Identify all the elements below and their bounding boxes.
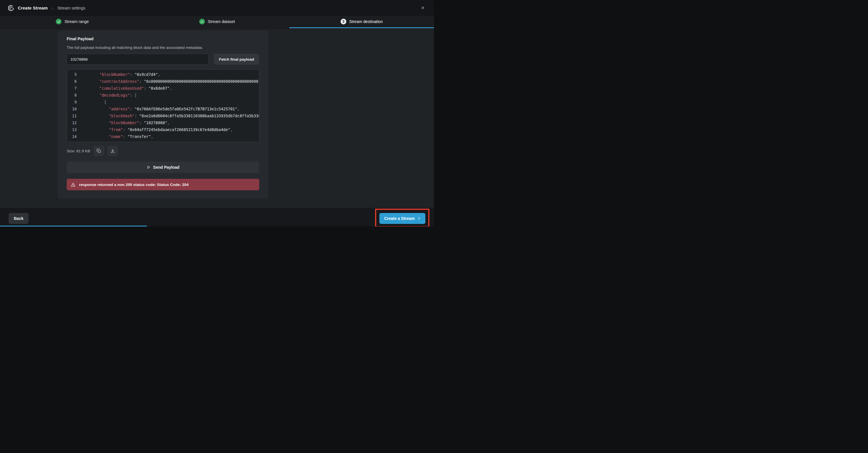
download-icon	[111, 149, 115, 153]
block-number-input[interactable]	[67, 54, 209, 65]
send-payload-label: Send Payload	[153, 165, 180, 170]
size-row: Size: 61.9 KB	[67, 146, 259, 156]
create-stream-wrap: Create a Stream	[379, 213, 425, 224]
code-line: 14 "name": "Transfer",	[67, 133, 259, 140]
warning-icon	[71, 182, 75, 187]
create-stream-modal: Create Stream › Stream settings ✕ Stream…	[0, 0, 434, 227]
step-stream-dataset[interactable]: Stream dataset	[145, 16, 289, 28]
back-button[interactable]: Back	[9, 213, 28, 224]
check-icon	[199, 19, 205, 24]
step-stream-destination[interactable]: 3 Stream destination	[289, 16, 434, 28]
payload-size-label: Size: 61.9 KB	[67, 149, 90, 153]
step-stream-range[interactable]: Stream range	[0, 16, 145, 28]
create-a-stream-button[interactable]: Create a Stream	[379, 213, 425, 224]
breadcrumb-subtitle: Stream settings	[58, 6, 85, 10]
play-icon	[147, 165, 151, 169]
download-button[interactable]	[107, 146, 118, 156]
code-line: 8 "decodedLogs": [	[67, 92, 259, 99]
code-line: 13 "from": "0x64aff7245ebdaaecaf26685213…	[67, 126, 259, 133]
app-logo-icon	[7, 5, 14, 11]
page-title: Create Stream	[18, 5, 48, 10]
code-line: 9 {	[67, 99, 259, 105]
copy-icon	[97, 149, 101, 153]
copy-button[interactable]	[94, 146, 104, 156]
footer-bar: Back Create a Stream	[0, 208, 434, 227]
code-line: 10 "address": "0x760AfE86e5de5fa0Ee542fc…	[67, 105, 259, 112]
header-bar: Create Stream › Stream settings ✕	[0, 0, 434, 16]
error-banner: response returned a non 200 status code:…	[67, 179, 259, 190]
main-content: Final Payload The full payload including…	[0, 31, 434, 208]
chevron-right-icon	[417, 216, 421, 220]
final-payload-card: Final Payload The full payload including…	[58, 31, 269, 199]
bottom-accent-bar	[0, 225, 147, 227]
fetch-row: Fetch final payload	[67, 54, 259, 65]
close-icon[interactable]: ✕	[419, 4, 427, 12]
section-title: Final Payload	[67, 36, 259, 41]
section-description: The full payload including all matching …	[67, 45, 259, 50]
code-line: 6 "contractAddress": "0x0000000000000000…	[67, 78, 259, 85]
code-line: 15 "to": "0x96a41097fc839448b2591fac2978…	[67, 140, 259, 142]
check-icon	[56, 19, 62, 24]
step-label: Stream dataset	[208, 19, 235, 24]
code-line: 7 "cumulativeGasUsed": "0x8de07",	[67, 85, 259, 92]
code-line: 11 "blockHash": "0xe2a6d6604c8ffa5b33811…	[67, 112, 259, 119]
create-a-stream-label: Create a Stream	[384, 216, 415, 221]
fetch-final-payload-button[interactable]: Fetch final payload	[214, 54, 259, 65]
code-line: 12 "blockNumber": "10278868",	[67, 119, 259, 126]
breadcrumb-separator: ›	[52, 5, 53, 11]
stepper: Stream range Stream dataset 3 Stream des…	[0, 16, 434, 28]
code-block[interactable]: 5 "blockNumber": "0x9cd7d4",6 "contractA…	[67, 69, 259, 142]
step-number-badge: 3	[341, 19, 346, 24]
send-payload-button[interactable]: Send Payload	[67, 161, 259, 173]
error-message: response returned a non 200 status code:…	[79, 183, 189, 187]
step-label: Stream destination	[349, 19, 383, 24]
code-line: 5 "blockNumber": "0x9cd7d4",	[67, 71, 259, 78]
step-label: Stream range	[64, 19, 89, 24]
